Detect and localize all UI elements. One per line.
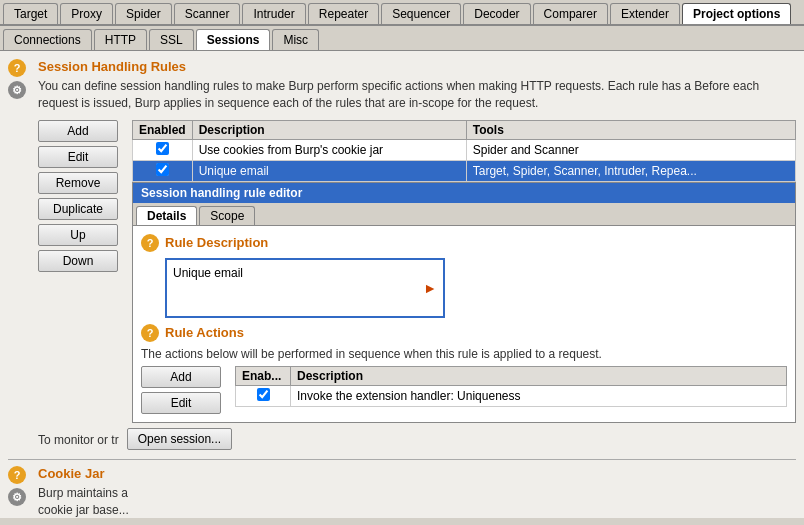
col-enabled: Enabled — [133, 120, 193, 139]
top-tab-bar: Target Proxy Spider Scanner Intruder Rep… — [0, 0, 804, 26]
cookie-jar-title: Cookie Jar — [38, 466, 104, 481]
down-rule-button[interactable]: Down — [38, 250, 118, 272]
session-handling-header: Session Handling Rules — [38, 59, 796, 74]
session-handling-section: ? ⚙ Session Handling Rules You can defin… — [8, 59, 796, 451]
tab-target[interactable]: Target — [3, 3, 58, 24]
rule-desc-help-icon: ? — [141, 234, 159, 252]
help-icon: ? — [8, 59, 26, 77]
rule-tools-cell: Spider and Scanner — [466, 139, 795, 160]
actions-col-enabled: Enab... — [236, 367, 291, 386]
rule-enabled-cell — [133, 139, 193, 160]
rule-enabled-cell — [133, 160, 193, 181]
tab-comparer[interactable]: Comparer — [533, 3, 608, 24]
tab-sequencer[interactable]: Sequencer — [381, 3, 461, 24]
rule-editor-tabs: Details Scope — [133, 203, 795, 226]
tab-project-options[interactable]: Project options — [682, 3, 791, 24]
table-row[interactable]: Use cookies from Burp's cookie jar Spide… — [133, 139, 796, 160]
edit-rule-button[interactable]: Edit — [38, 146, 118, 168]
rule-actions-desc: The actions below will be performed in s… — [141, 346, 787, 363]
col-tools: Tools — [466, 120, 795, 139]
rule-editor-tab-details[interactable]: Details — [136, 206, 197, 225]
actions-buttons: Add Edit — [141, 366, 231, 414]
rule-desc-header: ? Rule Description — [141, 234, 787, 252]
section-icons: ? ⚙ — [8, 59, 32, 99]
cookie-jar-section: ? ⚙ Cookie Jar Burp maintains acookie ja… — [8, 459, 796, 518]
rule-actions-title: Rule Actions — [165, 325, 244, 340]
tab-connections[interactable]: Connections — [3, 29, 92, 50]
open-session-button[interactable]: Open session... — [127, 428, 232, 450]
rule-actions-header: ? Rule Actions — [141, 324, 787, 342]
tab-decoder[interactable]: Decoder — [463, 3, 530, 24]
arrow-icon: ► — [423, 280, 437, 296]
tab-http[interactable]: HTTP — [94, 29, 147, 50]
tab-ssl[interactable]: SSL — [149, 29, 194, 50]
rule-description-cell: Use cookies from Burp's cookie jar — [192, 139, 466, 160]
tab-repeater[interactable]: Repeater — [308, 3, 379, 24]
session-handling-title: Session Handling Rules — [38, 59, 186, 74]
rule-enabled-checkbox[interactable] — [156, 142, 169, 155]
cookie-section-icons: ? ⚙ — [8, 466, 32, 506]
rules-buttons: Add Edit Remove Duplicate Up Down — [38, 120, 128, 424]
table-row[interactable]: Unique email Target, Spider, Scanner, In… — [133, 160, 796, 181]
edit-action-button[interactable]: Edit — [141, 392, 221, 414]
tab-spider[interactable]: Spider — [115, 3, 172, 24]
actions-col-description: Description — [291, 367, 787, 386]
up-rule-button[interactable]: Up — [38, 224, 118, 246]
rule-tools-cell: Target, Spider, Scanner, Intruder, Repea… — [466, 160, 795, 181]
tab-scanner[interactable]: Scanner — [174, 3, 241, 24]
cookie-jar-header: Cookie Jar — [38, 466, 796, 481]
second-tab-bar: Connections HTTP SSL Sessions Misc — [0, 26, 804, 51]
cookie-help-icon: ? — [8, 466, 26, 484]
rule-editor-header: Session handling rule editor — [133, 183, 795, 203]
cookie-jar-row: ? ⚙ Cookie Jar Burp maintains acookie ja… — [8, 466, 796, 518]
rules-area: Add Edit Remove Duplicate Up Down Enable… — [38, 120, 796, 424]
rule-description-text: Unique email — [173, 266, 243, 280]
col-description: Description — [192, 120, 466, 139]
action-description-cell: Invoke the extension handler: Uniqueness — [291, 386, 787, 407]
cookie-jar-desc: Burp maintains acookie jar base... — [38, 485, 796, 518]
session-handling-desc: You can define session handling rules to… — [38, 78, 796, 112]
tab-intruder[interactable]: Intruder — [242, 3, 305, 24]
table-row[interactable]: Invoke the extension handler: Uniqueness — [236, 386, 787, 407]
rules-table: Enabled Description Tools Use cookies fr… — [132, 120, 796, 182]
duplicate-rule-button[interactable]: Duplicate — [38, 198, 118, 220]
main-content: ? ⚙ Session Handling Rules You can defin… — [0, 51, 804, 518]
monitor-row: To monitor or tr Open session... — [38, 427, 796, 451]
rule-enabled-checkbox[interactable] — [156, 163, 169, 176]
monitor-text: To monitor or tr — [38, 433, 119, 447]
tab-sessions[interactable]: Sessions — [196, 29, 271, 50]
rule-editor: Session handling rule editor Details Sco… — [132, 182, 796, 424]
rule-actions-help-icon: ? — [141, 324, 159, 342]
rule-editor-tab-scope[interactable]: Scope — [199, 206, 255, 225]
tab-extender[interactable]: Extender — [610, 3, 680, 24]
rule-description-box[interactable]: Unique email ► — [165, 258, 445, 318]
rule-editor-content: ? Rule Description Unique email ► ? — [133, 226, 795, 423]
tab-proxy[interactable]: Proxy — [60, 3, 113, 24]
action-enabled-checkbox[interactable] — [257, 388, 270, 401]
add-action-button[interactable]: Add — [141, 366, 221, 388]
actions-table-area: Enab... Description Invok — [235, 366, 787, 414]
gear-icon: ⚙ — [8, 81, 26, 99]
action-enabled-cell — [236, 386, 291, 407]
actions-table: Enab... Description Invok — [235, 366, 787, 407]
actions-area: Add Edit Enab... Desc — [141, 366, 787, 414]
rule-desc-title: Rule Description — [165, 235, 268, 250]
add-rule-button[interactable]: Add — [38, 120, 118, 142]
rules-table-area: Enabled Description Tools Use cookies fr… — [132, 120, 796, 424]
rule-description-cell: Unique email — [192, 160, 466, 181]
cookie-gear-icon: ⚙ — [8, 488, 26, 506]
tab-misc[interactable]: Misc — [272, 29, 319, 50]
remove-rule-button[interactable]: Remove — [38, 172, 118, 194]
